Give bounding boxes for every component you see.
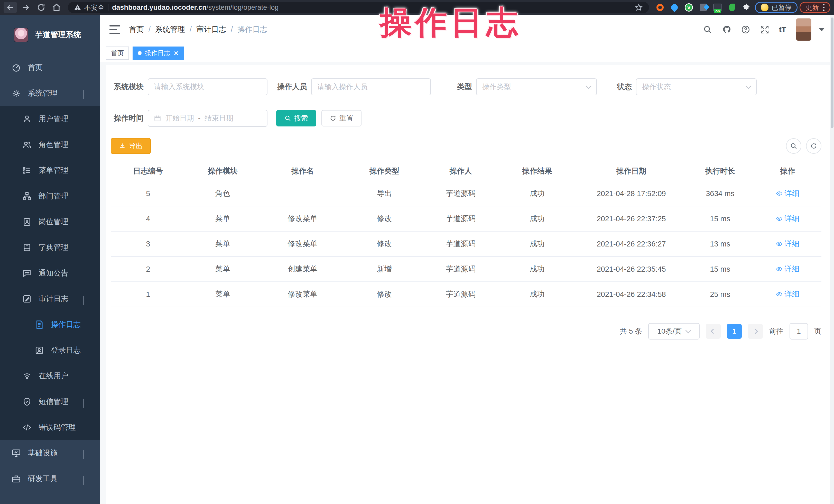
- table-tools: [786, 138, 821, 154]
- breadcrumb-system[interactable]: 系统管理: [155, 24, 185, 35]
- org-tree-icon: [22, 191, 32, 201]
- sidebar-item-audit-log[interactable]: 审计日志: [0, 286, 100, 312]
- scrollbar-thumb[interactable]: [831, 18, 833, 128]
- goto-page-input[interactable]: [790, 323, 808, 339]
- detail-link[interactable]: 详细: [776, 189, 799, 199]
- table-row: 3 菜单 修改菜单 修改 芋道源码 成功 2021-04-26 22:36:27…: [111, 232, 821, 257]
- date-range-input[interactable]: 开始日期 - 结束日期: [148, 110, 267, 127]
- avatar-caret-down-icon[interactable]: [818, 28, 825, 31]
- id-badge-icon: [22, 217, 32, 227]
- search-icon: [284, 115, 291, 122]
- filter-row-1: 系统模块 操作人员 类型 操作类型 状态 操作状态: [111, 79, 821, 95]
- browser-forward-button[interactable]: [19, 2, 32, 13]
- chevron-up-icon: [83, 296, 89, 302]
- browser-update-chip[interactable]: 更新: [799, 2, 830, 13]
- detail-link[interactable]: 详细: [776, 264, 799, 274]
- type-select[interactable]: 操作类型: [476, 79, 597, 95]
- help-icon[interactable]: [741, 25, 750, 34]
- arrow-left-icon: [6, 3, 15, 12]
- table-row: 1 菜单 修改菜单 修改 芋道源码 成功 2021-04-26 22:34:58…: [111, 282, 821, 307]
- sidebar-item-menu-management[interactable]: 菜单管理: [0, 157, 100, 183]
- sidebar-item-system-management[interactable]: 系统管理: [0, 81, 100, 106]
- browser-reload-button[interactable]: [35, 2, 48, 13]
- module-input[interactable]: [154, 83, 261, 91]
- current-page-button[interactable]: 1: [727, 324, 742, 339]
- next-page-button[interactable]: [748, 324, 763, 339]
- fullscreen-icon[interactable]: [760, 25, 769, 34]
- detail-link[interactable]: 详细: [776, 239, 799, 249]
- col-date: 操作日期: [576, 166, 686, 176]
- chat-bubble-icon: [22, 268, 32, 278]
- pagination-total: 共 5 条: [620, 326, 642, 336]
- font-size-icon[interactable]: tT: [779, 25, 786, 34]
- extensions-puzzle-icon[interactable]: [742, 3, 751, 12]
- paused-extension-chip[interactable]: 已暂停: [755, 2, 797, 13]
- extension-v-icon[interactable]: v: [684, 3, 693, 12]
- reset-button[interactable]: 重置: [322, 110, 361, 127]
- sidebar-item-operate-log[interactable]: 操作日志: [0, 312, 100, 337]
- browser-home-button[interactable]: [50, 2, 63, 13]
- app-logo-row[interactable]: 芋道管理系统: [0, 15, 100, 55]
- page-scrollbar[interactable]: [830, 15, 834, 504]
- page-size-select[interactable]: 10条/页: [648, 323, 700, 339]
- prev-page-button[interactable]: [706, 324, 721, 339]
- pagination: 共 5 条 10条/页 1 前往 页: [111, 323, 821, 339]
- eye-icon: [776, 241, 783, 247]
- sidebar-item-online-users[interactable]: 在线用户: [0, 363, 100, 389]
- address-bar[interactable]: 不安全 dashboard.yudao.iocoder.cn/system/lo…: [68, 2, 649, 13]
- sidebar-item-announcement[interactable]: 通知公告: [0, 260, 100, 286]
- bookmark-star-icon[interactable]: [635, 3, 643, 12]
- status-label: 状态: [615, 82, 632, 92]
- browser-back-button[interactable]: [4, 2, 17, 13]
- table-row: 4 菜单 修改菜单 修改 芋道源码 成功 2021-04-26 22:37:25…: [111, 206, 821, 232]
- extension-leaf-icon[interactable]: [728, 3, 737, 12]
- sidebar-item-login-log[interactable]: 登录日志: [0, 337, 100, 363]
- page-content: 系统模块 操作人员 类型 操作类型 状态 操作状态: [100, 62, 834, 504]
- extension-split-icon[interactable]: [699, 3, 708, 12]
- sidebar-collapse-button[interactable]: [109, 25, 120, 34]
- col-module: 操作模块: [185, 166, 260, 176]
- sidebar-item-department-management[interactable]: 部门管理: [0, 183, 100, 209]
- sidebar-item-dictionary-management[interactable]: 字典管理: [0, 235, 100, 260]
- browser-menu-kebab-icon[interactable]: [823, 4, 825, 11]
- sidebar-item-home[interactable]: 首页: [0, 55, 100, 81]
- detail-link[interactable]: 详细: [776, 289, 799, 300]
- extension-orange-icon[interactable]: [656, 3, 664, 12]
- github-icon[interactable]: [722, 25, 731, 34]
- breadcrumb-home[interactable]: 首页: [129, 24, 144, 35]
- tag-operate-log[interactable]: 操作日志: [133, 46, 184, 60]
- chevron-down-icon: [83, 399, 89, 405]
- security-status[interactable]: 不安全: [74, 3, 104, 12]
- sidebar-item-sms-management[interactable]: 短信管理: [0, 389, 100, 415]
- arrow-right-icon: [21, 3, 30, 12]
- active-tag-dot-icon: [138, 51, 141, 55]
- refresh-table-button[interactable]: [806, 138, 821, 154]
- sidebar-item-position-management[interactable]: 岗位管理: [0, 209, 100, 235]
- sidebar: 芋道管理系统 首页 系统管理 用户管理 角色管理 菜单管: [0, 15, 100, 504]
- sidebar-item-dev-tools[interactable]: 研发工具: [0, 466, 100, 492]
- operator-input[interactable]: [317, 83, 425, 91]
- sidebar-item-user-management[interactable]: 用户管理: [0, 106, 100, 132]
- chevron-down-icon: [746, 83, 751, 89]
- download-icon: [119, 143, 126, 149]
- extension-dark-icon[interactable]: on: [713, 3, 722, 12]
- tags-view-bar: 首页 操作日志: [100, 44, 834, 62]
- show-search-button[interactable]: [786, 138, 802, 154]
- url-path: /system/log/operate-log: [206, 4, 279, 11]
- shield-icon: [22, 397, 32, 407]
- tag-home[interactable]: 首页: [106, 46, 129, 60]
- search-icon[interactable]: [703, 25, 712, 34]
- breadcrumb-separator: /: [149, 25, 151, 34]
- detail-link[interactable]: 详细: [776, 214, 799, 224]
- sidebar-item-infrastructure[interactable]: 基础设施: [0, 440, 100, 466]
- sidebar-item-role-management[interactable]: 角色管理: [0, 132, 100, 157]
- user-avatar[interactable]: [796, 18, 811, 41]
- search-button[interactable]: 搜索: [276, 110, 316, 127]
- breadcrumb-audit-log[interactable]: 审计日志: [196, 24, 226, 35]
- tag-close-icon[interactable]: [173, 51, 179, 56]
- export-button[interactable]: 导出: [111, 138, 151, 154]
- status-select[interactable]: 操作状态: [636, 79, 757, 95]
- users-icon: [22, 140, 32, 150]
- sidebar-item-error-code-management[interactable]: 错误码管理: [0, 415, 100, 440]
- extension-pin-icon[interactable]: [670, 3, 679, 12]
